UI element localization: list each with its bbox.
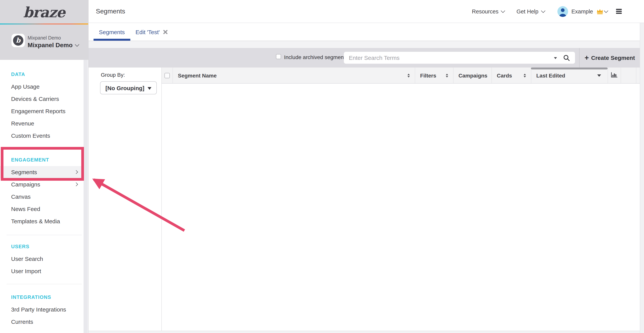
sidebar-section-users: USERS (0, 243, 84, 250)
workspace-selector[interactable]: b Mixpanel Demo Mixpanel Demo (12, 34, 79, 49)
dropdown-caret-icon (148, 87, 152, 92)
sidebar-scrollbar[interactable] (84, 60, 88, 333)
chevron-down-icon (541, 9, 545, 13)
sidebar-section-integrations: INTEGRATIONS (0, 293, 84, 301)
chevron-right-icon (74, 182, 78, 186)
sidebar-header: braze b Mixpanel Demo Mixpanel Demo (0, 0, 88, 60)
sidebar-item-engagement-reports[interactable]: Engagement Reports (0, 105, 84, 117)
sort-desc-icon (597, 74, 601, 79)
sidebar-item-campaigns[interactable]: Campaigns (0, 178, 84, 191)
sidebar-item-user-search[interactable]: User Search (0, 253, 84, 265)
select-all-checkbox[interactable] (164, 73, 170, 78)
sidebar-item-3rd-party-integrations[interactable]: 3rd Party Integrations (0, 303, 84, 316)
sidebar-item-templates-media[interactable]: Templates & Media (0, 215, 84, 227)
segments-toolbar: Include archived segments + Create Segme… (88, 48, 644, 68)
chevron-down-icon[interactable] (604, 9, 608, 13)
resources-menu[interactable]: Resources (472, 8, 505, 15)
workspace-name: Mixpanel Demo (28, 42, 73, 49)
dropdown-caret-icon[interactable] (554, 57, 557, 61)
crown-icon (596, 8, 604, 15)
chevron-down-icon (75, 42, 79, 47)
select-all-checkbox-cell (162, 68, 173, 83)
column-last-edited[interactable]: Last Edited (531, 68, 608, 83)
sort-icon (408, 74, 410, 77)
sidebar-item-news-feed[interactable]: News Feed (0, 203, 84, 215)
sidebar-item-devices-carriers[interactable]: Devices & Carriers (0, 93, 84, 105)
user-avatar-icon[interactable] (557, 6, 568, 17)
sidebar-item-user-import[interactable]: User Import (0, 265, 84, 277)
workspace-avatar-b-icon: b (13, 35, 24, 46)
tab-segments[interactable]: Segments (94, 23, 130, 41)
close-icon[interactable] (163, 30, 168, 34)
tab-bar: Segments Edit 'Test' (88, 23, 644, 41)
user-name[interactable]: Example (571, 8, 593, 15)
braze-dashboard: braze b Mixpanel Demo Mixpanel Demo DATA… (0, 0, 644, 333)
search-box (344, 52, 575, 64)
sort-icon (524, 74, 526, 77)
sidebar-item-currents[interactable]: Currents (0, 316, 84, 328)
table-header-row: Segment Name Filters Campaigns Cards (162, 68, 644, 84)
workspace-text: Mixpanel Demo Mixpanel Demo (28, 34, 79, 49)
sidebar-item-revenue[interactable]: Revenue (0, 117, 84, 130)
table-body-empty (162, 84, 644, 331)
toolbar-divider (579, 48, 580, 68)
get-help-menu[interactable]: Get Help (516, 8, 544, 15)
vertical-scrollbar-track[interactable] (640, 23, 644, 333)
column-segment-name[interactable]: Segment Name (173, 68, 415, 83)
workspace-company-label: Mixpanel Demo (28, 35, 61, 41)
create-segment-button[interactable]: + Create Segment (584, 48, 635, 68)
search-icon[interactable] (563, 54, 570, 61)
horizontal-scrollbar-track[interactable] (88, 331, 644, 333)
sidebar: braze b Mixpanel Demo Mixpanel Demo DATA… (0, 0, 88, 333)
column-campaigns[interactable]: Campaigns (454, 68, 492, 83)
sidebar-nav: DATA App Usage Devices & Carriers Engage… (0, 60, 84, 328)
sidebar-divider (6, 235, 82, 235)
sidebar-item-segments[interactable]: Segments (0, 166, 84, 178)
include-archived-checkbox[interactable] (276, 54, 281, 59)
segments-content: Group By: [No Grouping] Segment Name (88, 68, 644, 331)
page-title: Segments (96, 8, 472, 15)
content-gap-band (88, 41, 644, 48)
search-input[interactable] (344, 55, 554, 61)
sidebar-item-custom-events[interactable]: Custom Events (0, 130, 84, 142)
chevron-right-icon (74, 170, 78, 174)
sidebar-divider (6, 284, 82, 284)
sidebar-item-app-usage[interactable]: App Usage (0, 81, 84, 93)
brand-gradient-bar (0, 24, 88, 25)
sidebar-section-engagement: ENGAGEMENT (0, 156, 84, 164)
column-extra (621, 68, 636, 83)
sidebar-item-canvas[interactable]: Canvas (0, 191, 84, 203)
bar-chart-icon (611, 72, 618, 79)
braze-logo[interactable]: braze (0, 2, 88, 22)
column-cards[interactable]: Cards (492, 68, 531, 83)
main-area: Segments Resources Get Help Example (88, 0, 644, 333)
column-analytics[interactable] (608, 68, 621, 83)
topbar: Segments Resources Get Help Example (88, 0, 644, 23)
group-by-select[interactable]: [No Grouping] (100, 81, 157, 94)
group-by-panel: Group By: [No Grouping] (88, 68, 162, 331)
sidebar-section-data: DATA (0, 71, 84, 78)
workspace-avatar: b (12, 34, 25, 47)
segments-table: Segment Name Filters Campaigns Cards (162, 68, 644, 331)
include-archived-label[interactable]: Include archived segments (284, 54, 348, 60)
tab-edit-test[interactable]: Edit 'Test' (130, 23, 173, 41)
horizontal-scrollbar-thumb[interactable] (531, 68, 608, 70)
plus-icon: + (584, 54, 589, 61)
chevron-down-icon (501, 9, 505, 13)
sort-icon (446, 74, 448, 77)
group-by-label: Group By: (101, 72, 125, 78)
column-filters[interactable]: Filters (415, 68, 454, 83)
hamburger-menu-icon[interactable] (616, 9, 622, 14)
